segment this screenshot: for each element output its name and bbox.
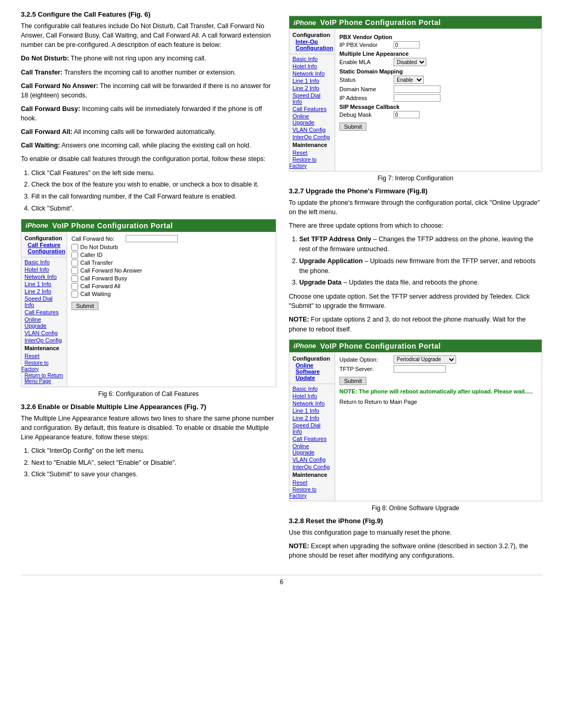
nav7-vlan-config[interactable]: VLAN Config xyxy=(289,126,335,133)
update-option-label: Update Option: xyxy=(339,356,391,363)
nav-speed-dial[interactable]: Speed Dial Info xyxy=(21,295,67,309)
nav7-reset[interactable]: Reset xyxy=(289,149,335,156)
nav8-interop-config[interactable]: InterOp Config xyxy=(289,463,335,471)
nav-interop-config[interactable]: InterOp Config xyxy=(21,337,67,344)
nav-return[interactable]: Return to Return Menu Page xyxy=(21,372,67,385)
nav8-network-info[interactable]: Network Info xyxy=(289,400,335,407)
domain-name-row: Domain Name xyxy=(339,85,537,93)
nav7-speed-dial[interactable]: Speed Dial Info xyxy=(289,92,335,105)
step-326-1: Click "InterOp Config" on the left menu. xyxy=(31,446,276,456)
chk-cfall-input[interactable] xyxy=(71,283,78,290)
ip-address-label: IP Address xyxy=(339,95,391,101)
chk-dnd-input[interactable] xyxy=(71,244,78,251)
call-forward-no-input[interactable] xyxy=(126,235,178,242)
portal-fig7-config-link[interactable]: Inter-Op Configuration xyxy=(292,38,332,52)
submit-row-fig7: Submit xyxy=(339,120,537,131)
submit-btn-fig7[interactable]: Submit xyxy=(339,122,366,131)
chk-callerid-input[interactable] xyxy=(71,252,78,258)
chk-cfna-label: Call Forward No Answer xyxy=(80,267,142,274)
ip-pbx-vendor-input[interactable] xyxy=(394,41,420,48)
submit-row-fig8: Submit xyxy=(339,375,537,385)
nav-line2-info[interactable]: Line 2 Info xyxy=(21,288,67,295)
nav8-vlan-config[interactable]: VLAN Config xyxy=(289,456,335,463)
chk-cfall: Call Forward All xyxy=(71,283,272,290)
nav-call-features[interactable]: Call Features xyxy=(21,309,67,316)
chk-cfb-input[interactable] xyxy=(71,275,78,282)
fig6-caption: Fig 6: Configuration of Call Features xyxy=(21,390,276,398)
nav8-call-features[interactable]: Call Features xyxy=(289,435,335,442)
portal-fig6-logo: iPhone xyxy=(26,221,48,229)
section-327-intro: To update the phone's firmware through t… xyxy=(289,198,542,217)
chk-transfer: Call Transfer xyxy=(71,260,272,266)
submit-btn-fig8[interactable]: Submit xyxy=(339,377,366,385)
nav8-restore[interactable]: Restore to Factory xyxy=(289,486,316,499)
domain-name-input[interactable] xyxy=(394,85,440,93)
chk-cw-label: Call Waiting xyxy=(80,291,111,297)
nav-line1-info[interactable]: Line 1 Info xyxy=(21,280,67,288)
nav-reset[interactable]: Reset xyxy=(21,352,67,360)
feature-cfall: Call Forward All: All incoming calls wil… xyxy=(21,127,276,137)
tftp-server-row: TFTP Server: xyxy=(339,365,537,373)
section-325-heading: 3.2.5 Configure the Call Features (Fig. … xyxy=(21,10,276,18)
enable-mla-row: Enable MLA Disabled Enabled xyxy=(339,58,537,66)
nav-basic-info[interactable]: Basic Info xyxy=(21,258,67,266)
option-1: Set TFTP Address Only – Changes the TFTP… xyxy=(299,235,542,254)
ip-address-input[interactable] xyxy=(394,94,440,102)
chk-cfna-input[interactable] xyxy=(71,267,78,274)
update-option-select[interactable]: Periodical Upgrade Set TFTP Address Only… xyxy=(394,355,456,364)
page-number: 6 xyxy=(21,575,542,586)
nav8-basic-info[interactable]: Basic Info xyxy=(289,385,335,392)
chk-cfb: Call Forward Busy xyxy=(71,275,272,282)
step-1: Click "Call Features" on the left side m… xyxy=(31,168,276,178)
nav7-call-features[interactable]: Call Features xyxy=(289,105,335,113)
section-327-note2: NOTE: For update options 2 and 3, do not… xyxy=(289,315,542,334)
fig8-note-text: NOTE: The phone will reboot automaticall… xyxy=(339,388,533,394)
submit-btn-fig6[interactable]: Submit xyxy=(71,302,99,310)
portal-fig6-nav: Configuration Call Feature Configuration… xyxy=(21,232,67,387)
nav8-line2-info[interactable]: Line 2 Info xyxy=(289,414,335,422)
portal-fig8-config-link[interactable]: Online Software Update xyxy=(292,362,332,381)
nav7-online-upgrade[interactable]: Online Upgrade xyxy=(289,113,335,126)
pbx-vendor-heading: PBX Vendor Option xyxy=(339,34,537,40)
status-row: Status Enable Disable xyxy=(339,76,537,84)
option-2: Upgrade Application – Uploads new firmwa… xyxy=(299,256,542,276)
nav8-reset[interactable]: Reset xyxy=(289,479,335,486)
chk-callerid-label: Caller ID xyxy=(80,252,103,258)
ip-pbx-vendor-row: IP PBX Vendor xyxy=(339,41,537,48)
step-326-2: Next to "Enable MLA", select "Enable" or… xyxy=(31,458,276,468)
nav-vlan-config[interactable]: VLAN Config xyxy=(21,329,67,337)
enable-mla-select[interactable]: Disabled Enabled xyxy=(394,58,426,66)
nav7-network-info[interactable]: Network Info xyxy=(289,70,335,77)
nav8-hotel-info[interactable]: Hotel Info xyxy=(289,392,335,400)
step-3: Fill in the call forwarding number, if t… xyxy=(31,192,276,202)
nav8-online-upgrade[interactable]: Online Upgrade xyxy=(289,442,335,456)
portal-fig7-header: iPhone VoIP Phone Configuration Portal xyxy=(289,16,542,29)
feature-dnd: Do Not Disturb: The phone will not ring … xyxy=(21,54,276,63)
return-link-row: Return to Return to Main Page xyxy=(339,399,537,405)
tftp-server-input[interactable] xyxy=(394,365,446,373)
portal-fig8-nav-header: Configuration Online Software Update xyxy=(289,354,335,384)
status-select[interactable]: Enable Disable xyxy=(394,76,424,84)
nav-hotel-info[interactable]: Hotel Info xyxy=(21,266,67,273)
nav7-interop-config[interactable]: InterOp Config xyxy=(289,133,335,141)
nav-network-info[interactable]: Network Info xyxy=(21,273,67,280)
debug-mask-row: Debug Mask xyxy=(339,111,537,118)
chk-cw-input[interactable] xyxy=(71,291,78,298)
nav7-line2-info[interactable]: Line 2 Info xyxy=(289,84,335,92)
nav7-basic-info[interactable]: Basic Info xyxy=(289,55,335,63)
nav7-line1-info[interactable]: Line 1 Info xyxy=(289,77,335,84)
right-column: iPhone VoIP Phone Configuration Portal C… xyxy=(289,10,542,564)
chk-transfer-input[interactable] xyxy=(71,260,78,266)
nav-restore[interactable]: Restore to Factory xyxy=(21,360,48,373)
ip-pbx-vendor-label: IP PBX Vendor xyxy=(339,42,391,48)
nav8-line1-info[interactable]: Line 1 Info xyxy=(289,407,335,414)
nav7-restore[interactable]: Restore to Factory xyxy=(289,156,316,169)
nav8-speed-dial[interactable]: Speed Dial Info xyxy=(289,422,335,435)
nav-online-upgrade[interactable]: Online Upgrade xyxy=(21,316,67,329)
debug-mask-input[interactable] xyxy=(394,111,420,118)
portal-fig6-config-link[interactable]: Call Feature Configuration xyxy=(25,241,64,255)
portal-fig8-body: Configuration Online Software Update Bas… xyxy=(289,352,542,501)
return-main-link[interactable]: Return to Main Page xyxy=(364,399,417,405)
portal-fig8-nav: Configuration Online Software Update Bas… xyxy=(289,352,335,501)
nav7-hotel-info[interactable]: Hotel Info xyxy=(289,63,335,70)
